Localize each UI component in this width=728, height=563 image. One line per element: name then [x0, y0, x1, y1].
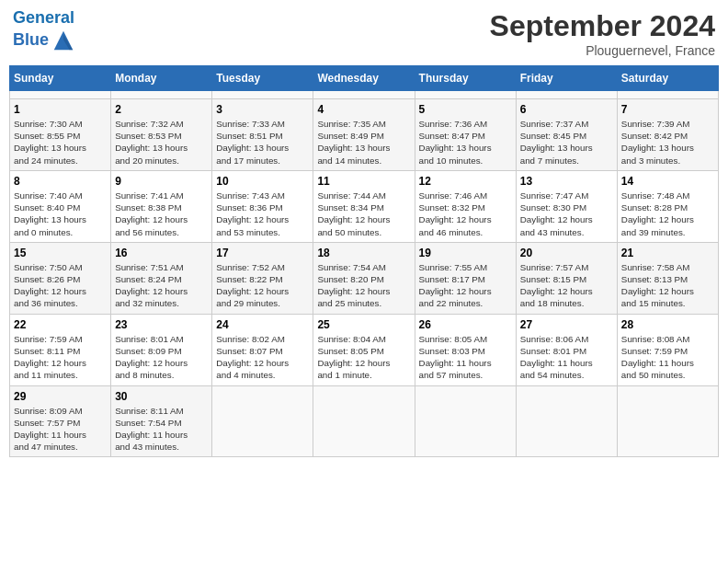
week-row-1: 1Sunrise: 7:30 AM Sunset: 8:55 PM Daylig… [10, 99, 719, 171]
calendar-cell [111, 91, 212, 99]
calendar-cell: 24Sunrise: 8:02 AM Sunset: 8:07 PM Dayli… [212, 314, 313, 385]
day-info: Sunrise: 7:43 AM Sunset: 8:36 PM Dayligh… [216, 190, 309, 238]
week-row-2: 8Sunrise: 7:40 AM Sunset: 8:40 PM Daylig… [10, 170, 719, 242]
calendar-cell: 7Sunrise: 7:39 AM Sunset: 8:42 PM Daylig… [617, 99, 718, 171]
day-info: Sunrise: 7:50 AM Sunset: 8:26 PM Dayligh… [14, 261, 107, 310]
day-number: 1 [14, 103, 107, 116]
day-number: 2 [115, 103, 208, 116]
calendar-cell: 14Sunrise: 7:48 AM Sunset: 8:28 PM Dayli… [617, 170, 718, 242]
day-number: 12 [419, 175, 512, 188]
day-info: Sunrise: 7:51 AM Sunset: 8:24 PM Dayligh… [115, 261, 208, 310]
col-header-saturday: Saturday [617, 66, 718, 91]
day-number: 3 [216, 103, 309, 116]
calendar-cell [415, 385, 516, 457]
week-row-4: 22Sunrise: 7:59 AM Sunset: 8:11 PM Dayli… [10, 314, 719, 385]
calendar-table: SundayMondayTuesdayWednesdayThursdayFrid… [9, 65, 719, 457]
day-info: Sunrise: 7:32 AM Sunset: 8:53 PM Dayligh… [115, 118, 208, 167]
location-title: Plouguernevel, France [490, 43, 715, 58]
col-header-wednesday: Wednesday [313, 66, 415, 91]
logo-text: General [13, 9, 76, 28]
day-number: 19 [419, 247, 512, 259]
day-info: Sunrise: 7:39 AM Sunset: 8:42 PM Dayligh… [621, 118, 714, 167]
day-info: Sunrise: 7:46 AM Sunset: 8:32 PM Dayligh… [419, 190, 512, 238]
calendar-cell: 17Sunrise: 7:52 AM Sunset: 8:22 PM Dayli… [212, 242, 313, 314]
day-number: 4 [317, 103, 410, 116]
day-number: 21 [621, 247, 714, 259]
day-number: 30 [115, 390, 208, 403]
calendar-cell [516, 385, 617, 457]
day-number: 17 [216, 247, 309, 259]
header: General Blue September 2024 Plouguerneve… [9, 9, 719, 58]
calendar-cell: 8Sunrise: 7:40 AM Sunset: 8:40 PM Daylig… [10, 170, 111, 242]
calendar-cell [10, 91, 111, 99]
calendar-cell: 15Sunrise: 7:50 AM Sunset: 8:26 PM Dayli… [10, 242, 111, 314]
calendar-cell: 22Sunrise: 7:59 AM Sunset: 8:11 PM Dayli… [10, 314, 111, 385]
calendar-cell: 27Sunrise: 8:06 AM Sunset: 8:01 PM Dayli… [516, 314, 617, 385]
logo-blue: Blue [13, 31, 49, 50]
day-number: 7 [621, 103, 714, 116]
day-info: Sunrise: 7:30 AM Sunset: 8:55 PM Dayligh… [14, 118, 107, 167]
header-row: SundayMondayTuesdayWednesdayThursdayFrid… [10, 66, 719, 91]
day-info: Sunrise: 8:09 AM Sunset: 7:57 PM Dayligh… [14, 405, 107, 454]
calendar-cell: 29Sunrise: 8:09 AM Sunset: 7:57 PM Dayli… [10, 385, 111, 457]
day-number: 23 [115, 318, 208, 331]
day-number: 15 [14, 247, 107, 259]
day-number: 11 [317, 175, 410, 188]
calendar-cell: 11Sunrise: 7:44 AM Sunset: 8:34 PM Dayli… [313, 170, 415, 242]
calendar-cell: 13Sunrise: 7:47 AM Sunset: 8:30 PM Dayli… [516, 170, 617, 242]
day-number: 16 [115, 247, 208, 259]
day-info: Sunrise: 7:44 AM Sunset: 8:34 PM Dayligh… [317, 190, 410, 238]
day-info: Sunrise: 8:06 AM Sunset: 8:01 PM Dayligh… [520, 333, 613, 382]
calendar-cell [212, 91, 313, 99]
day-number: 5 [419, 103, 512, 116]
calendar-cell: 21Sunrise: 7:58 AM Sunset: 8:13 PM Dayli… [617, 242, 718, 314]
day-info: Sunrise: 7:54 AM Sunset: 8:20 PM Dayligh… [317, 261, 410, 310]
week-row-3: 15Sunrise: 7:50 AM Sunset: 8:26 PM Dayli… [10, 242, 719, 314]
calendar-cell [516, 91, 617, 99]
day-info: Sunrise: 7:52 AM Sunset: 8:22 PM Dayligh… [216, 261, 309, 310]
calendar-cell [313, 385, 415, 457]
calendar-cell: 6Sunrise: 7:37 AM Sunset: 8:45 PM Daylig… [516, 99, 617, 171]
day-info: Sunrise: 7:36 AM Sunset: 8:47 PM Dayligh… [419, 118, 512, 167]
day-number: 18 [317, 247, 410, 259]
day-number: 13 [520, 175, 613, 188]
calendar-cell: 28Sunrise: 8:08 AM Sunset: 7:59 PM Dayli… [617, 314, 718, 385]
calendar-cell: 9Sunrise: 7:41 AM Sunset: 8:38 PM Daylig… [111, 170, 212, 242]
day-number: 28 [621, 318, 714, 331]
day-number: 20 [520, 247, 613, 259]
day-info: Sunrise: 8:11 AM Sunset: 7:54 PM Dayligh… [115, 405, 208, 454]
day-number: 29 [14, 390, 107, 403]
day-info: Sunrise: 7:47 AM Sunset: 8:30 PM Dayligh… [520, 190, 613, 238]
day-info: Sunrise: 7:59 AM Sunset: 8:11 PM Dayligh… [14, 333, 107, 382]
day-info: Sunrise: 8:04 AM Sunset: 8:05 PM Dayligh… [317, 333, 410, 382]
calendar-cell: 23Sunrise: 8:01 AM Sunset: 8:09 PM Dayli… [111, 314, 212, 385]
day-number: 9 [115, 175, 208, 188]
calendar-cell: 12Sunrise: 7:46 AM Sunset: 8:32 PM Dayli… [415, 170, 516, 242]
month-title: September 2024 [490, 9, 715, 43]
calendar-cell: 30Sunrise: 8:11 AM Sunset: 7:54 PM Dayli… [111, 385, 212, 457]
calendar-cell: 26Sunrise: 8:05 AM Sunset: 8:03 PM Dayli… [415, 314, 516, 385]
day-number: 22 [14, 318, 107, 331]
day-info: Sunrise: 7:33 AM Sunset: 8:51 PM Dayligh… [216, 118, 309, 167]
day-info: Sunrise: 7:48 AM Sunset: 8:28 PM Dayligh… [621, 190, 714, 238]
col-header-sunday: Sunday [10, 66, 111, 91]
day-info: Sunrise: 7:58 AM Sunset: 8:13 PM Dayligh… [621, 261, 714, 310]
calendar-cell: 2Sunrise: 7:32 AM Sunset: 8:53 PM Daylig… [111, 99, 212, 171]
day-info: Sunrise: 7:41 AM Sunset: 8:38 PM Dayligh… [115, 190, 208, 238]
calendar-cell: 18Sunrise: 7:54 AM Sunset: 8:20 PM Dayli… [313, 242, 415, 314]
day-info: Sunrise: 8:01 AM Sunset: 8:09 PM Dayligh… [115, 333, 208, 382]
day-info: Sunrise: 8:02 AM Sunset: 8:07 PM Dayligh… [216, 333, 309, 382]
calendar-cell: 3Sunrise: 7:33 AM Sunset: 8:51 PM Daylig… [212, 99, 313, 171]
day-number: 25 [317, 318, 410, 331]
calendar-cell [617, 385, 718, 457]
day-number: 27 [520, 318, 613, 331]
week-row-5: 29Sunrise: 8:09 AM Sunset: 7:57 PM Dayli… [10, 385, 719, 457]
day-number: 8 [14, 175, 107, 188]
calendar-cell: 20Sunrise: 7:57 AM Sunset: 8:15 PM Dayli… [516, 242, 617, 314]
calendar-cell [415, 91, 516, 99]
calendar-cell [212, 385, 313, 457]
calendar-cell [313, 91, 415, 99]
calendar-cell: 16Sunrise: 7:51 AM Sunset: 8:24 PM Dayli… [111, 242, 212, 314]
week-row-0 [10, 91, 719, 99]
calendar-cell: 25Sunrise: 8:04 AM Sunset: 8:05 PM Dayli… [313, 314, 415, 385]
